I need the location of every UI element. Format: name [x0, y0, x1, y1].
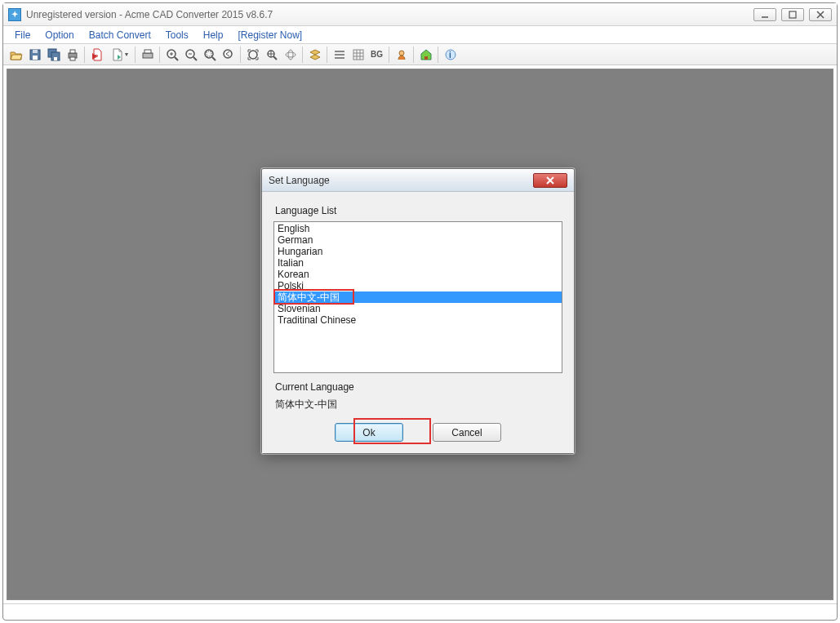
- ok-button[interactable]: Ok: [335, 423, 403, 442]
- layers-icon[interactable]: [305, 46, 324, 64]
- toolbar-separator: [159, 47, 160, 63]
- svg-rect-1: [789, 11, 796, 18]
- language-option[interactable]: 简体中文-中国: [274, 291, 562, 303]
- language-option[interactable]: Korean: [274, 269, 562, 280]
- maximize-button[interactable]: [781, 8, 804, 21]
- zoom-fit-icon[interactable]: [243, 46, 262, 64]
- toolbar-separator: [438, 47, 438, 63]
- zoom-pan-icon[interactable]: [262, 46, 281, 64]
- close-button[interactable]: [809, 8, 832, 21]
- set-language-dialog: Set Language Language List EnglishGerman…: [261, 168, 575, 454]
- menu-item-help[interactable]: Help: [197, 28, 230, 42]
- toolbar-separator: [327, 47, 327, 63]
- language-list-label: Language List: [275, 205, 562, 216]
- language-option[interactable]: Hungarian: [274, 246, 562, 257]
- home-icon[interactable]: [416, 46, 435, 64]
- dialog-title: Set Language: [269, 175, 330, 186]
- titlebar: ✦ Unregistered version - Acme CAD Conver…: [3, 3, 837, 26]
- bg-toggle-icon[interactable]: BG: [367, 46, 386, 64]
- app-icon: ✦: [8, 8, 21, 21]
- language-option[interactable]: Slovenian: [274, 303, 562, 314]
- language-option[interactable]: English: [274, 223, 562, 234]
- menu-item-register-now[interactable]: [Register Now]: [231, 28, 309, 42]
- grid-icon[interactable]: [349, 46, 367, 64]
- chevron-down-icon: ▾: [125, 51, 128, 58]
- toolbar-separator: [413, 47, 414, 63]
- zoom-region-icon[interactable]: [200, 46, 219, 64]
- printer-icon[interactable]: [138, 46, 157, 64]
- zoom-out-icon[interactable]: [181, 46, 200, 64]
- language-option[interactable]: Traditinal Chinese: [274, 314, 562, 326]
- window-title: Unregistered version - Acme CAD Converte…: [26, 9, 273, 20]
- language-icon[interactable]: [392, 46, 411, 64]
- language-option[interactable]: Polski: [274, 280, 562, 291]
- menubar: FileOptionBatch ConvertToolsHelp[Registe…: [3, 26, 837, 44]
- open-icon[interactable]: [7, 46, 25, 64]
- language-option[interactable]: Italian: [274, 257, 562, 269]
- export-icon[interactable]: ▾: [106, 46, 132, 64]
- toolbar-separator: [84, 47, 85, 63]
- toolbar-separator: [240, 47, 241, 63]
- dialog-titlebar[interactable]: Set Language: [262, 169, 574, 192]
- layers2-icon[interactable]: [330, 46, 349, 64]
- current-language-label: Current Language: [275, 381, 562, 393]
- view3d-icon[interactable]: [281, 46, 300, 64]
- save-icon[interactable]: [25, 46, 44, 64]
- menu-item-batch-convert[interactable]: Batch Convert: [82, 28, 158, 42]
- dialog-button-row: Ok Cancel: [273, 423, 562, 442]
- pdf-icon[interactable]: [87, 46, 106, 64]
- zoom-prev-icon[interactable]: [219, 46, 238, 64]
- statusbar: [3, 603, 837, 620]
- toolbar: ▾BG: [3, 44, 837, 65]
- zoom-in-icon[interactable]: [162, 46, 181, 64]
- cancel-button[interactable]: Cancel: [433, 423, 501, 442]
- minimize-button[interactable]: [753, 8, 776, 21]
- current-language-value: 简体中文-中国: [275, 398, 562, 412]
- menu-item-tools[interactable]: Tools: [159, 28, 195, 42]
- app-window: ✦ Unregistered version - Acme CAD Conver…: [2, 2, 838, 621]
- dialog-close-button[interactable]: [533, 173, 567, 188]
- toolbar-separator: [389, 47, 389, 63]
- menu-item-file[interactable]: File: [8, 28, 37, 42]
- toolbar-separator: [302, 47, 303, 63]
- bg-toggle-icon-label: BG: [371, 50, 383, 59]
- menu-item-option[interactable]: Option: [38, 28, 80, 42]
- info-icon[interactable]: [441, 46, 460, 64]
- dialog-body: Language List EnglishGermanHungarianItal…: [262, 192, 574, 453]
- save-multi-icon[interactable]: [44, 46, 63, 64]
- window-controls: [753, 8, 832, 21]
- toolbar-separator: [135, 47, 136, 63]
- language-option[interactable]: German: [274, 234, 562, 246]
- language-listbox[interactable]: EnglishGermanHungarianItalianKoreanPolsk…: [273, 221, 562, 373]
- print-icon[interactable]: [63, 46, 82, 64]
